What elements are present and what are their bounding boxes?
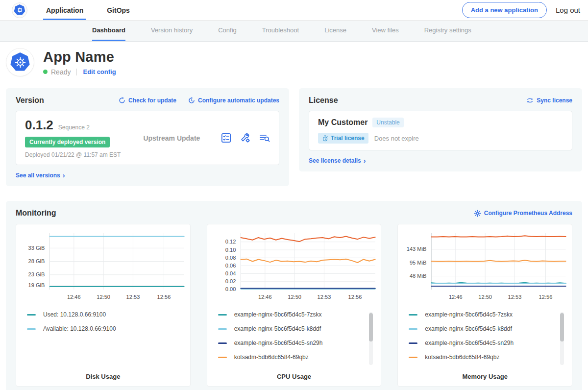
svg-text:0.08: 0.08	[225, 255, 236, 261]
chart-card-memory-usage: 48 MiB95 MiB143 MiB12:4612:5012:5312:56e…	[397, 224, 572, 387]
sync-arrows-icon	[526, 97, 534, 104]
subnav-tab-registry-settings[interactable]: Registry settings	[424, 21, 471, 41]
chart-title: CPU Usage	[210, 373, 378, 380]
chart-card-disk-usage: 19 GiB23 GiB28 GiB33 GiB12:4612:5012:531…	[16, 224, 191, 387]
navbar-tab-application[interactable]: Application	[43, 0, 86, 20]
ready-status-dot	[43, 70, 48, 74]
kubernetes-logo[interactable]	[12, 2, 27, 18]
clock-refresh-icon	[188, 97, 195, 104]
trial-license-badge: Trial license	[318, 133, 368, 144]
legend-item: Used: 10.128.0.66:9100	[27, 311, 187, 318]
license-card-title: License	[309, 96, 338, 105]
kubernetes-helm-icon	[10, 52, 30, 72]
svg-text:48 MiB: 48 MiB	[410, 273, 426, 279]
configure-automatic-updates-button[interactable]: Configure automatic updates	[188, 97, 279, 104]
subnav-tab-config[interactable]: Config	[218, 21, 237, 41]
subnav-tab-dashboard[interactable]: Dashboard	[92, 21, 125, 41]
config-wrench-icon[interactable]	[240, 133, 250, 143]
subnav-tab-license[interactable]: License	[324, 21, 346, 41]
svg-text:12:53: 12:53	[317, 294, 331, 300]
legend-item: example-nginx-5bc6f5d4c5-sn29h	[409, 340, 569, 346]
add-application-button[interactable]: Add a new application	[462, 2, 547, 18]
legend-item: example-nginx-5bc6f5d4c5-k8ddf	[409, 325, 569, 332]
svg-text:12:50: 12:50	[288, 294, 301, 300]
license-expiry: Does not expire	[374, 135, 419, 142]
svg-text:23 GiB: 23 GiB	[28, 271, 45, 277]
monitoring-card: Monitoring Configure Prometheus Address …	[6, 201, 582, 390]
chart-card-cpu-usage: 0.000.020.040.060.080.100.1212:4612:5012…	[207, 224, 382, 387]
chevron-right-icon: ›	[364, 157, 366, 165]
legend-scrollbar-thumb[interactable]	[560, 313, 564, 341]
cpu-usage-chart: 0.000.020.040.060.080.100.1212:4612:5012…	[210, 229, 378, 304]
monitoring-title: Monitoring	[16, 209, 56, 218]
page-title: App Name	[43, 49, 116, 65]
legend-label: example-nginx-5bc6f5d4c5-7zskx	[234, 311, 322, 318]
svg-text:12:53: 12:53	[126, 294, 140, 300]
license-panel: My Customer Unstable Trial license Does …	[309, 111, 572, 150]
legend-color-dash	[218, 314, 227, 316]
svg-text:95 MiB: 95 MiB	[410, 260, 426, 266]
legend-color-dash	[409, 357, 417, 358]
stopwatch-icon	[322, 135, 328, 142]
svg-text:0.00: 0.00	[225, 286, 236, 292]
subnav-tab-troubleshoot[interactable]: Troubleshoot	[262, 21, 299, 41]
legend-item: example-nginx-5bc6f5d4c5-7zskx	[409, 311, 569, 318]
charts-row: 19 GiB23 GiB28 GiB33 GiB12:4612:5012:531…	[16, 224, 572, 387]
disk-usage-chart: 19 GiB23 GiB28 GiB33 GiB12:4612:5012:531…	[19, 229, 187, 304]
svg-text:12:56: 12:56	[539, 294, 553, 300]
svg-text:28 GiB: 28 GiB	[28, 258, 45, 264]
version-card-title: Version	[16, 96, 44, 105]
svg-text:12:50: 12:50	[479, 294, 492, 300]
chart-title: Memory Usage	[401, 373, 569, 380]
svg-text:12:56: 12:56	[348, 294, 362, 300]
preflight-checks-icon[interactable]	[221, 133, 231, 143]
configure-prometheus-button[interactable]: Configure Prometheus Address	[474, 210, 572, 217]
legend-color-dash	[409, 342, 417, 344]
subnav-tab-version-history[interactable]: Version history	[151, 21, 193, 41]
svg-text:0.06: 0.06	[225, 263, 236, 268]
gear-icon	[474, 210, 481, 217]
svg-text:143 MiB: 143 MiB	[407, 246, 427, 252]
check-for-update-button[interactable]: Check for update	[119, 97, 176, 104]
memory-usage-legend[interactable]: example-nginx-5bc6f5d4c5-7zskxexample-ng…	[409, 311, 569, 371]
deployed-version-panel: 0.1.2 Sequence 2 Currently deployed vers…	[16, 111, 279, 165]
svg-text:0.02: 0.02	[225, 278, 236, 284]
legend-label: example-nginx-5bc6f5d4c5-k8ddf	[425, 325, 512, 332]
svg-text:12:46: 12:46	[67, 294, 81, 300]
divider	[76, 69, 77, 75]
svg-text:12:50: 12:50	[97, 294, 110, 300]
refresh-icon	[119, 97, 125, 104]
see-license-details-link[interactable]: See license details ›	[309, 157, 366, 165]
legend-scrollbar-thumb[interactable]	[369, 313, 373, 341]
cpu-usage-legend[interactable]: example-nginx-5bc6f5d4c5-7zskxexample-ng…	[218, 311, 378, 371]
legend-item: example-nginx-5bc6f5d4c5-7zskx	[218, 311, 378, 318]
edit-config-link[interactable]: Edit config	[83, 68, 116, 75]
license-card: License Sync license My Custo	[299, 88, 582, 171]
sync-license-button[interactable]: Sync license	[526, 97, 572, 104]
see-all-versions-link[interactable]: See all versions ›	[16, 171, 65, 179]
memory-usage-chart: 48 MiB95 MiB143 MiB12:4612:5012:5312:56	[401, 229, 569, 304]
version-number: 0.1.2	[25, 118, 53, 133]
svg-text:33 GiB: 33 GiB	[28, 245, 45, 251]
legend-label: example-nginx-5bc6f5d4c5-k8ddf	[234, 325, 321, 332]
disk-usage-legend: Used: 10.128.0.66:9100Available: 10.128.…	[27, 311, 187, 371]
sequence-label: Sequence 2	[58, 124, 90, 131]
navbar-tab-gitops[interactable]: GitOps	[104, 0, 133, 20]
legend-color-dash	[409, 314, 417, 316]
logout-link[interactable]: Log out	[556, 6, 580, 14]
svg-text:0.04: 0.04	[225, 270, 236, 276]
subnav: DashboardVersion historyConfigTroublesho…	[0, 21, 588, 42]
legend-color-dash	[409, 328, 417, 330]
view-diff-icon[interactable]	[259, 133, 270, 143]
app-avatar	[6, 48, 34, 76]
legend-label: example-nginx-5bc6f5d4c5-sn29h	[234, 340, 323, 346]
legend-color-dash	[218, 357, 227, 358]
legend-color-dash	[27, 314, 36, 316]
svg-text:19 GiB: 19 GiB	[28, 282, 45, 288]
svg-text:0.10: 0.10	[225, 247, 236, 253]
kubernetes-helm-icon	[14, 4, 25, 16]
svg-text:12:46: 12:46	[258, 294, 272, 300]
subnav-tab-view-files[interactable]: View files	[372, 21, 399, 41]
legend-item: kotsadm-5db6dc6584-69qbz	[218, 354, 378, 361]
legend-item: example-nginx-5bc6f5d4c5-sn29h	[218, 340, 378, 346]
